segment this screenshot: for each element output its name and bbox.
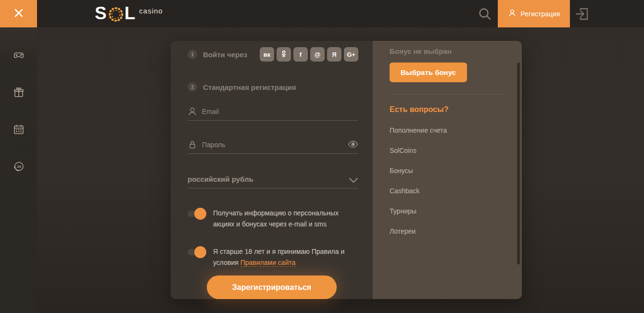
step2-badge: 2 — [188, 82, 197, 92]
social-google-button[interactable]: G+ — [344, 47, 358, 62]
questions-title: Есть вопросы? — [390, 105, 505, 114]
user-icon — [188, 107, 197, 116]
age-toggle-row: Я старше 18 лет и я принимаю Правила и у… — [188, 246, 358, 268]
sidebar-item-tournaments[interactable] — [13, 124, 25, 135]
svg-text:24: 24 — [17, 164, 21, 169]
registration-label: Регистрация — [521, 10, 560, 18]
social-login-group: вк f @ Я G+ — [260, 47, 358, 62]
chevron-down-icon — [349, 176, 358, 182]
question-link-lotteries[interactable]: Лотереи — [390, 227, 505, 235]
bonus-panel-scrollbar[interactable] — [517, 63, 520, 264]
social-yandex-button[interactable]: Я — [327, 47, 341, 62]
yandex-icon: Я — [332, 51, 336, 58]
social-ok-button[interactable] — [277, 47, 291, 62]
choose-bonus-button[interactable]: Выбрать бонус — [390, 63, 467, 82]
logo-casino-text: casino — [139, 7, 163, 15]
lock-icon — [188, 140, 197, 150]
step1-badge: 1 — [188, 50, 197, 59]
toggle-knob — [194, 208, 206, 220]
sol-casino-logo[interactable]: S L casino — [95, 4, 163, 23]
password-field-row — [188, 140, 358, 154]
mailru-icon: @ — [315, 51, 321, 58]
sidebar-item-support[interactable]: 24 — [13, 161, 25, 172]
logo-letter-l: L — [125, 4, 136, 23]
eye-icon — [348, 142, 358, 150]
age-toggle[interactable] — [188, 249, 205, 255]
social-vk-button[interactable]: вк — [260, 47, 274, 62]
show-password-button[interactable] — [348, 140, 358, 149]
age-toggle-label: Я старше 18 лет и я принимаю Правила и у… — [213, 246, 345, 268]
question-link-solcoins[interactable]: SolCoins — [390, 147, 505, 154]
toggle-knob — [194, 246, 206, 258]
password-input[interactable] — [202, 141, 348, 149]
vk-icon: вк — [264, 51, 271, 58]
social-mailru-button[interactable]: @ — [310, 47, 325, 62]
sidebar-item-games[interactable] — [13, 50, 25, 61]
promo-toggle-row: Получать информацию о персональных акция… — [188, 208, 358, 230]
facebook-icon: f — [300, 51, 302, 58]
login-icon — [574, 16, 590, 23]
gamepad-icon — [13, 55, 25, 63]
registration-form-panel: 1 Войти через вк f @ Я G+ 2 — [171, 41, 373, 299]
step1-label: Войти через — [203, 50, 247, 59]
support-24-icon: 24 — [13, 166, 25, 174]
registration-modal: 1 Войти через вк f @ Я G+ 2 — [171, 41, 522, 299]
registration-button[interactable]: Регистрация — [498, 0, 570, 27]
question-link-bonuses[interactable]: Бонусы — [390, 167, 505, 175]
bonus-panel: Бонус не выбран Выбрать бонус Есть вопро… — [373, 41, 522, 299]
question-link-tournaments[interactable]: Турниры — [390, 207, 505, 215]
step2-row: 2 Стандартная регистрация — [188, 82, 358, 92]
social-facebook-button[interactable]: f — [293, 47, 308, 62]
search-button[interactable] — [477, 7, 492, 22]
currency-value: российский рубль — [188, 175, 253, 183]
site-rules-link[interactable]: Правилами сайта — [240, 259, 296, 267]
left-sidebar: 24 — [0, 27, 37, 313]
promo-toggle-label: Получать информацию о персональных акция… — [213, 208, 345, 230]
search-icon — [477, 16, 492, 24]
currency-select[interactable]: российский рубль — [188, 175, 358, 188]
close-icon — [13, 8, 24, 20]
calendar-icon — [13, 129, 25, 137]
sun-icon — [108, 6, 124, 23]
sidebar-item-bonuses[interactable] — [13, 87, 25, 98]
submit-registration-button[interactable]: Зарегистрироваться — [207, 275, 337, 299]
top-header: S L casino Регистрация — [0, 0, 644, 27]
google-plus-icon: G+ — [347, 51, 355, 58]
email-field-row — [188, 107, 358, 121]
dashed-divider — [390, 94, 505, 95]
login-button[interactable] — [574, 6, 590, 22]
step1-row: 1 Войти через вк f @ Я G+ — [188, 41, 358, 62]
promo-toggle[interactable] — [188, 211, 205, 217]
odnoklassniki-icon — [280, 50, 288, 59]
close-button[interactable] — [0, 0, 37, 27]
person-icon — [508, 9, 517, 19]
gift-icon — [13, 92, 25, 100]
email-input[interactable] — [202, 108, 358, 115]
step2-label: Стандартная регистрация — [203, 83, 296, 91]
question-link-deposit[interactable]: Пополнение счета — [390, 126, 505, 134]
question-link-cashback[interactable]: Cashback — [390, 187, 505, 195]
logo-letter-s: S — [95, 4, 107, 23]
bonus-status-text: Бонус не выбран — [390, 41, 505, 55]
